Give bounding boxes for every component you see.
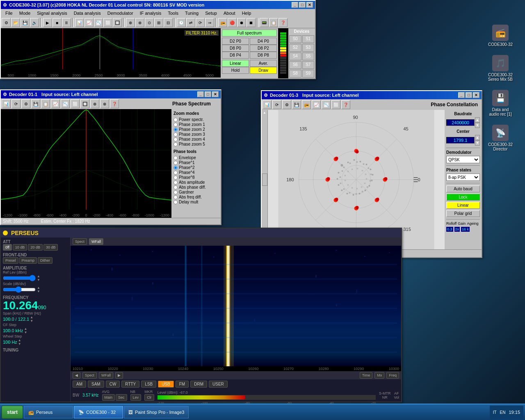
avg-sec-btn[interactable]: Sec — [116, 394, 127, 401]
lock-btn[interactable]: Lock — [446, 194, 480, 201]
tb-btn-27[interactable]: 📋 — [269, 18, 278, 27]
slider-thumb[interactable] — [262, 173, 267, 186]
mx-btn[interactable]: Mx — [374, 372, 384, 379]
menu-data[interactable]: Data analysis — [71, 10, 104, 16]
d8p2-btn[interactable]: D8 P2 — [250, 45, 277, 52]
d1-tb-10[interactable]: ⊕ — [90, 99, 99, 108]
tool-gardner-radio[interactable] — [173, 190, 178, 194]
d1-close[interactable]: ✕ — [212, 91, 219, 97]
ref-level-slider[interactable] — [3, 275, 36, 281]
zoom-2-radio[interactable] — [173, 128, 178, 132]
user-btn[interactable]: USER — [209, 381, 228, 388]
d3-tb-2[interactable]: ⟳ — [272, 100, 281, 109]
d1-tb-2[interactable]: ⟳ — [11, 99, 21, 108]
d3-tb-9[interactable]: ❓ — [341, 100, 350, 109]
d1-tb-4[interactable]: 💾 — [31, 99, 40, 108]
tb-btn-25[interactable]: ⏹ — [247, 18, 256, 27]
desktop-icon-datarec[interactable]: 💾 Data andaudio rec [1] — [484, 90, 517, 116]
menu-tuning[interactable]: Tuning — [182, 10, 202, 16]
att-20db[interactable]: 20 dB — [28, 244, 43, 251]
d1-minimize[interactable]: _ — [197, 91, 204, 97]
cw-btn[interactable]: CW — [106, 381, 120, 388]
tb-btn-11[interactable]: ⬜ — [103, 18, 112, 27]
zoom-3-radio[interactable] — [173, 132, 178, 137]
drm-btn[interactable]: DRM — [190, 381, 207, 388]
code300-titlebar[interactable]: ⚙ CODE300-32 [3.07] (c)2008 HOKA NL Deco… — [1, 1, 315, 9]
tb-btn-20[interactable]: ⟳ — [196, 18, 205, 27]
tb-btn-21[interactable]: ⇒ — [205, 18, 214, 27]
att-10db[interactable]: 10 dB — [13, 244, 27, 251]
preamp-btn[interactable]: Preamp — [19, 257, 37, 264]
zoom-1-radio[interactable] — [173, 123, 178, 127]
menu-if[interactable]: IF analysis — [137, 10, 165, 16]
slider-up[interactable]: ▲ — [262, 110, 267, 115]
dev-s0[interactable]: S0 — [289, 35, 301, 43]
tool-env-radio[interactable] — [173, 156, 178, 160]
tb-btn-24[interactable]: ⏺ — [237, 18, 246, 27]
wheel-up[interactable]: ▲ — [18, 338, 21, 342]
tool-phase8-radio[interactable] — [173, 176, 178, 180]
dev-s3[interactable]: S3 — [302, 44, 315, 52]
taskbar-app-code300[interactable]: 📡 CODE300 - 32 — [74, 406, 123, 418]
tool-phase4-radio[interactable] — [173, 171, 178, 175]
full-spectrum-btn[interactable]: Full spectrum — [222, 30, 277, 37]
scale-slider[interactable] — [3, 286, 36, 293]
d3-tb-3[interactable]: ⚙ — [282, 100, 291, 109]
spect-btn[interactable]: Spect — [73, 238, 87, 245]
dev-s7[interactable]: S7 — [302, 61, 315, 69]
dev-s1[interactable]: S1 — [302, 35, 315, 43]
menu-demod[interactable]: Demodulator — [104, 10, 137, 16]
span-up[interactable]: ▲ — [30, 315, 33, 319]
freq-btn[interactable]: Freq — [386, 372, 399, 379]
d4p0-btn[interactable]: D4 P0 — [250, 38, 277, 45]
taskbar-app-perseus[interactable]: 📻 Perseus — [24, 406, 73, 418]
tb-btn-17[interactable]: ⊟ — [164, 18, 173, 27]
menu-about[interactable]: About — [220, 10, 239, 16]
d1-maximize[interactable]: □ — [205, 91, 211, 97]
linear-btn[interactable]: Linear — [446, 202, 480, 209]
tb-btn-12[interactable]: 🔲 — [113, 18, 122, 27]
d3-maximize[interactable]: □ — [466, 92, 472, 98]
tb-btn-3[interactable]: 💾 — [21, 18, 30, 27]
dev-s9[interactable]: S9 — [302, 70, 315, 78]
dither-btn[interactable]: Dither — [38, 257, 52, 264]
tb-btn-14[interactable]: ⊗ — [135, 18, 144, 27]
d3-tb-6[interactable]: 📈 — [312, 100, 321, 109]
center-up[interactable]: ▲ — [475, 135, 480, 140]
nb-lev-btn[interactable]: Lev — [130, 394, 142, 401]
menu-tools[interactable]: Tools — [164, 10, 182, 16]
menu-setup[interactable]: Setup — [202, 10, 220, 16]
rtty-btn[interactable]: RTTY — [121, 381, 139, 388]
tb-btn-4[interactable]: 🔊 — [30, 18, 39, 27]
zoom-5-radio[interactable] — [173, 142, 178, 146]
dev-s2[interactable]: S2 — [289, 44, 301, 52]
nav-right[interactable]: ▶ — [115, 372, 123, 379]
taskbar-app-paintshop[interactable]: 🖼 Paint Shop Pro - Image3 — [124, 406, 189, 418]
tb-btn-16[interactable]: ⊞ — [154, 18, 163, 27]
tb-btn-6[interactable]: ■ — [52, 18, 62, 27]
time-btn[interactable]: Time — [360, 372, 373, 379]
tb-btn-23[interactable]: 🔴 — [228, 18, 237, 27]
nav-wfall[interactable]: WFall — [99, 372, 113, 379]
d8p0-btn[interactable]: D8 P0 — [222, 45, 249, 52]
auto-baud-btn[interactable]: Auto baud — [446, 185, 480, 192]
baud-down[interactable]: ▼ — [475, 123, 480, 128]
zoom-power-radio[interactable] — [173, 118, 178, 122]
draw-btn[interactable]: Draw — [250, 67, 277, 74]
minimize-button[interactable]: _ — [292, 2, 298, 8]
demodulator-select[interactable]: QPSK BPSK 8PSK — [446, 156, 480, 163]
hold-btn[interactable]: Hold — [222, 67, 249, 74]
scale-up[interactable]: ▲ — [37, 286, 40, 290]
d2p0-btn[interactable]: D2 P0 — [222, 38, 249, 45]
d1-tb-3[interactable]: ⚙ — [21, 99, 30, 108]
nav-left[interactable]: ◀ — [73, 372, 80, 379]
fm-btn[interactable]: FM — [176, 381, 189, 388]
dev-s5[interactable]: S5 — [302, 52, 315, 60]
center-input[interactable]: 1799.1 — [446, 137, 475, 144]
tb-btn-22[interactable]: 📻 — [218, 18, 227, 27]
nav-spect[interactable]: Spect — [82, 372, 97, 379]
decoder01-3-titlebar[interactable]: ⚙ Decoder 01-3 Input source: Left channe… — [262, 91, 482, 99]
d3-minimize[interactable]: _ — [458, 92, 465, 98]
att-30db[interactable]: 30 dB — [43, 244, 58, 251]
tb-btn-7[interactable]: ⏸ — [62, 18, 71, 27]
